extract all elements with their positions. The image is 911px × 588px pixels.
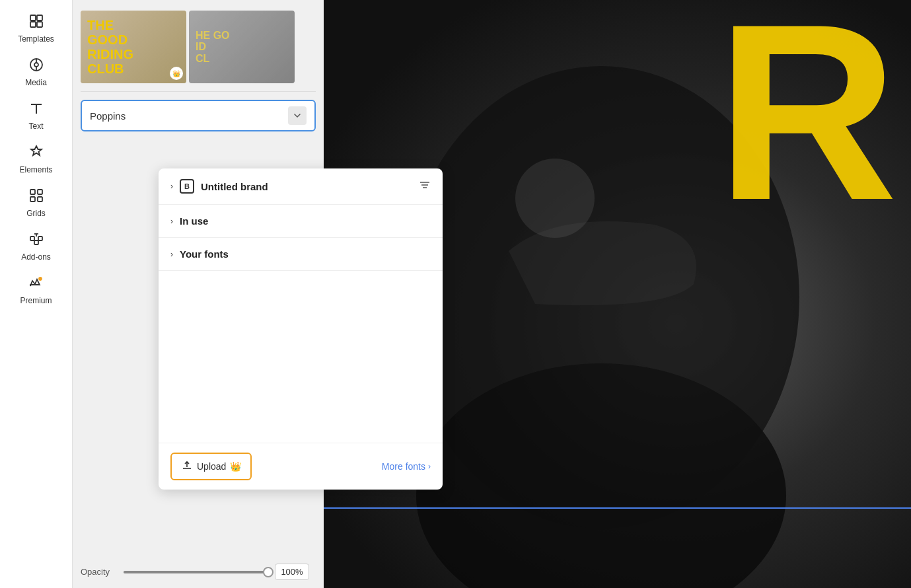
svg-point-17 xyxy=(39,277,42,280)
sidebar-item-premium[interactable]: Premium xyxy=(0,268,72,312)
thumbnail-1-text: THEGOODRIDINGCLUB xyxy=(87,18,133,76)
section-inuse-header[interactable]: › In use xyxy=(159,205,443,237)
premium-crown-icon: 👑 xyxy=(230,461,241,472)
section-inuse-left: › In use xyxy=(170,215,208,227)
media-icon xyxy=(28,57,44,75)
elements-label: Elements xyxy=(19,165,52,174)
svg-rect-3 xyxy=(37,22,42,27)
sidebar: Templates Media Text Elements xyxy=(0,0,73,588)
sidebar-item-media[interactable]: Media xyxy=(0,50,72,94)
dropdown-section-yourfonts: › Your fonts xyxy=(159,238,443,271)
more-fonts-arrow-icon: › xyxy=(428,462,431,471)
section-yourfonts-header[interactable]: › Your fonts xyxy=(159,238,443,270)
grids-label: Grids xyxy=(26,209,46,218)
svg-rect-12 xyxy=(30,197,35,202)
section-yourfonts-left: › Your fonts xyxy=(170,248,229,260)
media-label: Media xyxy=(25,78,47,87)
svg-rect-16 xyxy=(34,240,38,244)
dropdown-section-brand: › B Untitled brand xyxy=(159,168,443,205)
section-yourfonts-title: Your fonts xyxy=(180,248,229,260)
text-label: Text xyxy=(28,122,43,131)
thumbnail-2[interactable]: HE GOIDCL xyxy=(189,11,295,83)
dropdown-section-inuse: › In use xyxy=(159,205,443,238)
templates-icon xyxy=(28,13,44,32)
sidebar-item-elements[interactable]: Elements xyxy=(0,137,72,181)
svg-rect-10 xyxy=(30,190,35,194)
premium-icon xyxy=(28,275,44,293)
font-list-empty xyxy=(159,271,443,443)
sidebar-item-grids[interactable]: Grids xyxy=(0,181,72,225)
section-brand-left: › B Untitled brand xyxy=(170,179,268,194)
premium-label: Premium xyxy=(20,296,52,305)
addons-label: Add-ons xyxy=(21,252,51,262)
svg-point-22 xyxy=(515,159,595,238)
svg-rect-0 xyxy=(30,15,36,20)
svg-rect-13 xyxy=(38,197,42,202)
filter-icon[interactable] xyxy=(419,179,431,194)
svg-rect-2 xyxy=(30,22,36,27)
opacity-row: Opacity 100% xyxy=(81,564,309,580)
svg-rect-11 xyxy=(38,190,42,194)
slider-fill xyxy=(124,571,268,573)
chevron-yourfonts-icon: › xyxy=(170,250,173,259)
bottom-controls: Opacity 100% xyxy=(73,556,317,588)
selection-line xyxy=(324,507,911,509)
text-icon xyxy=(28,100,44,119)
grids-icon xyxy=(28,188,44,206)
panel-footer: Upload 👑 More fonts › xyxy=(159,443,443,490)
section-brand-header[interactable]: › B Untitled brand xyxy=(159,168,443,204)
yellow-letter: R xyxy=(717,0,898,238)
main-content: THEGOODRIDINGCLUB 👑 HE GOIDCL Poppins xyxy=(73,0,911,588)
more-fonts-button[interactable]: More fonts › xyxy=(382,461,431,472)
slider-thumb[interactable] xyxy=(263,567,273,577)
svg-point-5 xyxy=(34,63,38,67)
templates-label: Templates xyxy=(18,34,54,44)
section-brand-title: Untitled brand xyxy=(201,181,268,192)
svg-rect-14 xyxy=(30,237,34,240)
thumbnail-2-text: HE GOIDCL xyxy=(196,30,230,65)
opacity-slider[interactable] xyxy=(124,571,268,573)
brand-logo-icon: B xyxy=(180,179,194,194)
font-dropdown[interactable]: Poppins xyxy=(81,100,316,131)
thumbnail-badge: 👑 xyxy=(170,67,183,80)
addons-icon xyxy=(28,231,44,250)
thumbnail-1[interactable]: THEGOODRIDINGCLUB 👑 xyxy=(81,11,186,83)
sidebar-item-addons[interactable]: Add-ons xyxy=(0,225,72,268)
opacity-value[interactable]: 100% xyxy=(275,564,309,580)
section-inuse-title: In use xyxy=(180,215,208,227)
upload-label: Upload xyxy=(197,461,226,472)
svg-rect-1 xyxy=(37,15,42,20)
chevron-inuse-icon: › xyxy=(170,217,173,226)
thumbnails-area: THEGOODRIDINGCLUB 👑 HE GOIDCL xyxy=(73,0,324,91)
font-selector-area: Poppins xyxy=(73,92,324,137)
sidebar-item-text[interactable]: Text xyxy=(0,94,72,137)
sidebar-item-templates[interactable]: Templates xyxy=(0,7,72,50)
dropdown-arrow-icon xyxy=(288,106,307,125)
upload-button[interactable]: Upload 👑 xyxy=(170,453,252,480)
chevron-brand-icon: › xyxy=(170,182,173,191)
font-name: Poppins xyxy=(90,110,126,122)
more-fonts-label: More fonts xyxy=(382,461,425,472)
svg-rect-15 xyxy=(38,237,42,240)
elements-icon xyxy=(28,144,44,163)
font-dropdown-panel: › B Untitled brand › In use xyxy=(159,168,443,490)
upload-icon xyxy=(181,459,193,474)
opacity-label: Opacity xyxy=(81,567,117,577)
